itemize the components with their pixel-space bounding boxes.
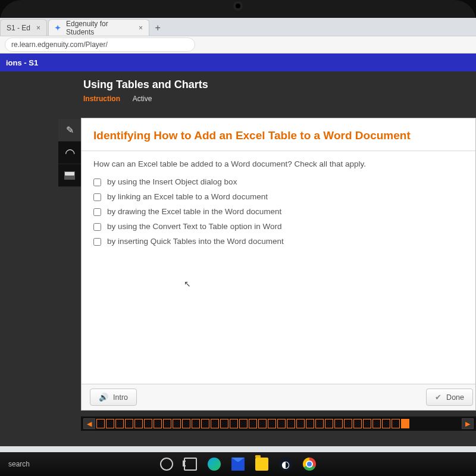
search-placeholder: search xyxy=(8,460,30,468)
lesson-player: Using Tables and Charts Instruction Acti… xyxy=(0,71,476,446)
progress-cell[interactable] xyxy=(287,419,295,428)
progress-cell[interactable] xyxy=(192,419,200,428)
check-icon: ✔ xyxy=(435,393,441,402)
progress-cell[interactable] xyxy=(106,419,114,428)
progress-cell[interactable] xyxy=(211,419,219,428)
browser-tabstrip: S1 - Ed × ✦ Edgenuity for Students × + xyxy=(0,18,476,36)
progress-cell[interactable] xyxy=(325,419,333,428)
intro-label: Intro xyxy=(113,393,128,402)
progress-cell[interactable] xyxy=(315,419,324,428)
url-field[interactable]: re.learn.edgenuity.com/Player/ xyxy=(5,37,195,52)
option-2-label: by drawing the Excel table in the Word d… xyxy=(107,207,281,216)
option-3-label: by using the Convert Text to Table optio… xyxy=(107,222,281,231)
progress-cell[interactable] xyxy=(363,419,371,428)
progress-cell[interactable] xyxy=(334,419,343,428)
mail-icon[interactable] xyxy=(231,458,245,471)
progress-cell[interactable] xyxy=(144,419,152,428)
course-title: ions - S1 xyxy=(6,58,38,67)
question-card: Identifying How to Add an Excel Table to… xyxy=(81,118,476,411)
edge-icon[interactable] xyxy=(208,458,221,471)
option-2-checkbox[interactable] xyxy=(93,208,101,216)
options-list: by using the Insert Object dialog box by… xyxy=(82,174,475,249)
progress-cell[interactable] xyxy=(392,419,400,428)
progress-cell[interactable] xyxy=(201,419,209,428)
option-4[interactable]: by inserting Quick Tables into the Word … xyxy=(93,234,464,249)
done-button[interactable]: ✔ Done xyxy=(426,389,473,406)
file-explorer-icon[interactable] xyxy=(255,458,268,471)
webcam xyxy=(236,4,240,8)
pencil-tool[interactable]: ✎ xyxy=(58,119,81,142)
calculator-icon xyxy=(64,171,75,180)
progress-cell[interactable] xyxy=(239,419,248,428)
intro-button[interactable]: 🔊 Intro xyxy=(90,389,137,406)
done-label: Done xyxy=(446,393,464,402)
option-0-label: by using the Insert Object dialog box xyxy=(107,177,237,186)
card-footer: 🔊 Intro ✔ Done xyxy=(82,384,475,410)
progress-prev-button[interactable]: ◀ xyxy=(83,418,95,429)
option-4-label: by inserting Quick Tables into the Word … xyxy=(107,237,284,246)
option-4-checkbox[interactable] xyxy=(93,238,101,246)
progress-cell[interactable] xyxy=(115,419,124,428)
progress-cell[interactable] xyxy=(258,419,267,428)
option-1-label: by linking an Excel table to a Word docu… xyxy=(107,192,268,201)
option-0[interactable]: by using the Insert Object dialog box xyxy=(93,174,464,189)
laptop-bezel: S1 - Ed × ✦ Edgenuity for Students × + r… xyxy=(0,0,476,476)
steam-icon[interactable]: ◐ xyxy=(279,458,292,471)
option-3-checkbox[interactable] xyxy=(93,223,101,231)
progress-cell[interactable] xyxy=(268,419,276,428)
progress-cell[interactable] xyxy=(154,419,162,428)
option-3[interactable]: by using the Convert Text to Table optio… xyxy=(93,219,464,234)
option-1[interactable]: by linking an Excel table to a Word docu… xyxy=(93,189,464,204)
progress-cell[interactable] xyxy=(382,419,390,428)
progress-cell[interactable] xyxy=(344,419,352,428)
course-title-bar: ions - S1 xyxy=(0,54,476,71)
progress-cell[interactable] xyxy=(230,419,238,428)
browser-tab-0[interactable]: S1 - Ed × xyxy=(0,19,47,36)
screen: S1 - Ed × ✦ Edgenuity for Students × + r… xyxy=(0,18,476,476)
edgenuity-favicon-icon: ✦ xyxy=(55,24,62,32)
progress-cell[interactable] xyxy=(125,419,133,428)
close-icon[interactable]: × xyxy=(36,24,40,32)
pencil-icon: ✎ xyxy=(66,124,74,136)
progress-cells xyxy=(96,419,461,428)
mouse-cursor-icon: ↖ xyxy=(184,279,191,289)
audio-tool[interactable]: ◠ xyxy=(58,142,81,164)
cortana-icon[interactable] xyxy=(160,458,173,471)
question-heading: Identifying How to Add an Excel Table to… xyxy=(82,118,475,151)
chrome-icon[interactable] xyxy=(303,458,316,471)
progress-cell[interactable] xyxy=(249,419,257,428)
option-0-checkbox[interactable] xyxy=(93,178,101,186)
progress-cell[interactable] xyxy=(163,419,171,428)
progress-cell[interactable] xyxy=(353,419,362,428)
progress-cell[interactable] xyxy=(220,419,228,428)
progress-cell[interactable] xyxy=(277,419,286,428)
progress-cell[interactable] xyxy=(372,419,381,428)
headphones-icon: ◠ xyxy=(65,146,75,160)
calculator-tool[interactable] xyxy=(58,164,81,187)
browser-address-bar: re.learn.edgenuity.com/Player/ xyxy=(0,36,476,54)
progress-next-button[interactable]: ▶ xyxy=(462,418,474,429)
progress-cell[interactable] xyxy=(96,419,105,428)
close-icon[interactable]: × xyxy=(139,24,143,32)
browser-tab-1[interactable]: ✦ Edgenuity for Students × xyxy=(48,19,149,36)
tab-instruction[interactable]: Instruction xyxy=(83,95,120,103)
option-2[interactable]: by drawing the Excel table in the Word d… xyxy=(93,204,464,219)
progress-cell[interactable] xyxy=(182,419,190,428)
lesson-tabs: Instruction Active xyxy=(83,95,208,103)
tab-title: Edgenuity for Students xyxy=(66,20,133,36)
taskbar-icons: ◐ xyxy=(160,458,316,471)
progress-cell[interactable] xyxy=(296,419,305,428)
progress-cell[interactable] xyxy=(134,419,143,428)
progress-cell[interactable] xyxy=(306,419,314,428)
task-view-icon[interactable] xyxy=(184,458,197,471)
tab-active-state: Active xyxy=(133,95,152,103)
taskbar-search[interactable]: search xyxy=(0,460,38,468)
new-tab-button[interactable]: + xyxy=(151,23,165,36)
speaker-icon: 🔊 xyxy=(99,393,108,402)
option-1-checkbox[interactable] xyxy=(93,193,101,201)
lesson-title: Using Tables and Charts xyxy=(83,79,208,91)
progress-strip: ◀ ▶ xyxy=(81,416,476,431)
progress-cell[interactable] xyxy=(401,419,409,428)
progress-cell[interactable] xyxy=(173,419,181,428)
side-toolbar: ✎ ◠ xyxy=(58,119,81,187)
